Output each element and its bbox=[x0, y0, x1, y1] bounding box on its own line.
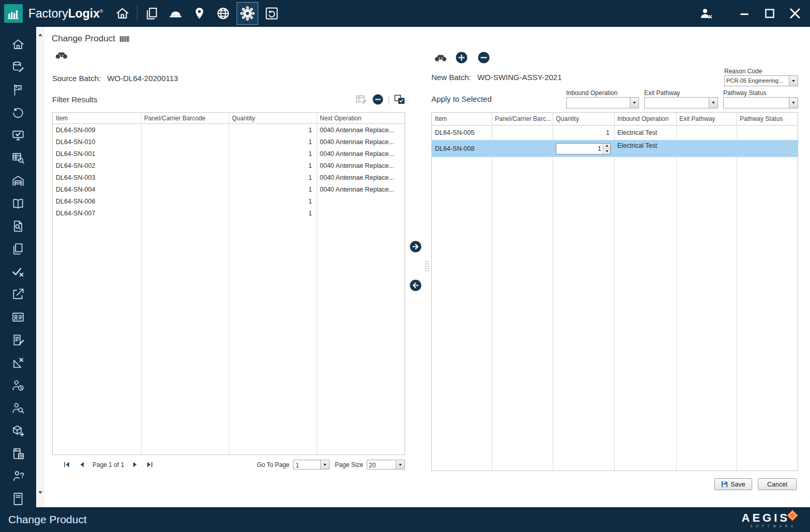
sidebar-item-warehouse[interactable] bbox=[0, 169, 36, 192]
table-row[interactable]: DL64-SN-00910040 Antennae Replace... bbox=[53, 124, 404, 136]
splitter-handle[interactable] bbox=[425, 260, 429, 273]
table-row[interactable]: DL64-SN-0061 bbox=[53, 195, 404, 207]
factory-skyline-icon bbox=[7, 7, 20, 20]
reason-code-combo[interactable]: PCR-05 Engineering... bbox=[724, 75, 798, 86]
quantity-input-field[interactable] bbox=[556, 144, 603, 154]
table-row-selected[interactable]: DL64-SN-008 Electrical Test bbox=[432, 140, 798, 157]
column-header[interactable]: Next Operation bbox=[317, 115, 404, 122]
prev-page-button[interactable] bbox=[77, 461, 86, 468]
move-right-button[interactable] bbox=[410, 241, 422, 253]
sidebar-item-copy-pages[interactable] bbox=[0, 238, 36, 260]
table-row[interactable]: DL64-SN-00310040 Antennae Replace... bbox=[53, 171, 404, 183]
column-header[interactable]: Quantity bbox=[553, 115, 614, 122]
column-header[interactable]: Panel/Carrier Barc... bbox=[492, 115, 553, 122]
remove-filter-button[interactable] bbox=[372, 94, 383, 105]
nav-location-button[interactable] bbox=[188, 2, 211, 25]
chevron-down-icon[interactable] bbox=[789, 76, 798, 86]
chevron-down-icon[interactable] bbox=[320, 460, 329, 469]
nav-global-button[interactable] bbox=[211, 2, 235, 25]
item-cell: DL64-SN-007 bbox=[53, 210, 141, 217]
sidebar-item-home[interactable] bbox=[0, 33, 36, 56]
last-page-button[interactable] bbox=[146, 461, 154, 468]
nav-home-button[interactable] bbox=[111, 2, 134, 25]
spinner-up-button[interactable] bbox=[603, 144, 610, 149]
table-row[interactable]: DL64-SN-00110040 Antennae Replace... bbox=[53, 148, 404, 160]
page-size-combo[interactable]: 20 bbox=[367, 460, 405, 470]
close-button[interactable] bbox=[786, 5, 804, 22]
sidebar-item-person-search[interactable] bbox=[0, 397, 36, 419]
table-row[interactable]: DL64-SN-0071 bbox=[53, 207, 404, 219]
minimize-button[interactable] bbox=[736, 5, 753, 22]
column-header[interactable]: Quantity bbox=[229, 115, 317, 122]
column-header[interactable]: Inbound Operation bbox=[614, 115, 676, 122]
remove-button[interactable] bbox=[478, 52, 490, 64]
sidebar-item-document-edit[interactable] bbox=[0, 328, 36, 351]
sidebar-item-package-note[interactable] bbox=[0, 442, 36, 465]
sidebar-item-database-edit[interactable] bbox=[0, 56, 36, 79]
inbound-operation-combo[interactable] bbox=[566, 97, 639, 108]
nav-settings-button-active[interactable] bbox=[237, 2, 258, 25]
sidebar-item-monitor-check[interactable] bbox=[0, 124, 36, 147]
pathway-status-combo[interactable] bbox=[723, 97, 798, 108]
sidebar-item-history[interactable] bbox=[0, 101, 36, 124]
table-row[interactable]: DL64-SN-005 1 Electrical Test bbox=[432, 126, 798, 140]
chevron-down-icon[interactable] bbox=[396, 460, 404, 469]
nav-production-button[interactable] bbox=[164, 2, 188, 25]
column-header[interactable]: Exit Pathway bbox=[676, 115, 737, 122]
vertical-scrollbar[interactable] bbox=[36, 27, 44, 507]
save-button[interactable]: Save bbox=[714, 478, 752, 490]
first-page-button[interactable] bbox=[63, 461, 71, 468]
find-new-batch-button[interactable] bbox=[434, 54, 447, 61]
column-header[interactable]: Item bbox=[53, 115, 141, 122]
sidebar-item-book[interactable] bbox=[0, 192, 36, 215]
nav-history-button[interactable] bbox=[260, 2, 284, 25]
sidebar-item-id-card[interactable] bbox=[0, 306, 36, 328]
find-button[interactable] bbox=[55, 52, 68, 59]
sidebar-item-document-search[interactable] bbox=[0, 215, 36, 238]
quantity-input[interactable] bbox=[556, 143, 611, 154]
spinner-down-button[interactable] bbox=[603, 148, 610, 154]
chevron-down-icon[interactable] bbox=[709, 98, 718, 108]
user-logout-button[interactable] bbox=[697, 5, 715, 22]
next-page-button[interactable] bbox=[131, 461, 139, 468]
table-row[interactable]: DL64-SN-01010040 Antennae Replace... bbox=[53, 136, 404, 148]
multi-select-button[interactable] bbox=[394, 95, 405, 104]
qty-cell: 1 bbox=[229, 198, 317, 205]
column-header[interactable]: Pathway Status bbox=[737, 115, 798, 122]
toolbar-separator bbox=[388, 95, 389, 104]
maximize-icon bbox=[763, 7, 776, 20]
sidebar-item-person-time[interactable] bbox=[0, 374, 36, 397]
batch-form-button[interactable] bbox=[356, 95, 367, 104]
add-button[interactable] bbox=[456, 52, 468, 64]
sidebar-item-partial[interactable] bbox=[0, 488, 36, 507]
sidebar-item-table-search[interactable] bbox=[0, 147, 36, 169]
chevron-down-icon[interactable] bbox=[789, 98, 798, 108]
column-header[interactable]: Panel/Carrier Barcode bbox=[141, 115, 229, 122]
sidebar-item-design-ruler[interactable] bbox=[0, 351, 36, 374]
sidebar-item-site-flag[interactable] bbox=[0, 79, 36, 101]
table-row[interactable]: DL64-SN-00210040 Antennae Replace... bbox=[53, 160, 404, 171]
sidebar-item-package-add[interactable] bbox=[0, 419, 36, 442]
sidebar-item-check-cancel[interactable] bbox=[0, 260, 36, 283]
goto-page-value: 1 bbox=[294, 460, 320, 469]
home-icon bbox=[115, 6, 130, 21]
column-header[interactable]: Item bbox=[432, 115, 492, 122]
exit-pathway-combo[interactable] bbox=[644, 97, 718, 108]
scroll-up-button[interactable] bbox=[37, 31, 43, 38]
person-clock-icon bbox=[11, 379, 25, 392]
history-undo-icon bbox=[264, 6, 279, 21]
filter-results-table: Item Panel/Carrier Barcode Quantity Next… bbox=[52, 112, 405, 455]
move-left-button[interactable] bbox=[410, 279, 422, 291]
app-title: FactoryLogix® bbox=[28, 7, 103, 21]
table-row[interactable]: DL64-SN-00410040 Antennae Replace... bbox=[53, 183, 404, 195]
chevron-down-icon[interactable] bbox=[630, 98, 638, 108]
scroll-down-button[interactable] bbox=[37, 489, 43, 496]
nav-documents-button[interactable] bbox=[140, 2, 164, 25]
batch-form-icon bbox=[356, 95, 367, 104]
exit-pathway-label: Exit Pathway bbox=[644, 89, 680, 97]
maximize-button[interactable] bbox=[761, 5, 778, 22]
cancel-button[interactable]: Cancel bbox=[758, 478, 797, 490]
sidebar-item-export[interactable] bbox=[0, 283, 36, 306]
goto-page-combo[interactable]: 1 bbox=[293, 460, 330, 470]
sidebar-item-person-question[interactable] bbox=[0, 465, 36, 488]
